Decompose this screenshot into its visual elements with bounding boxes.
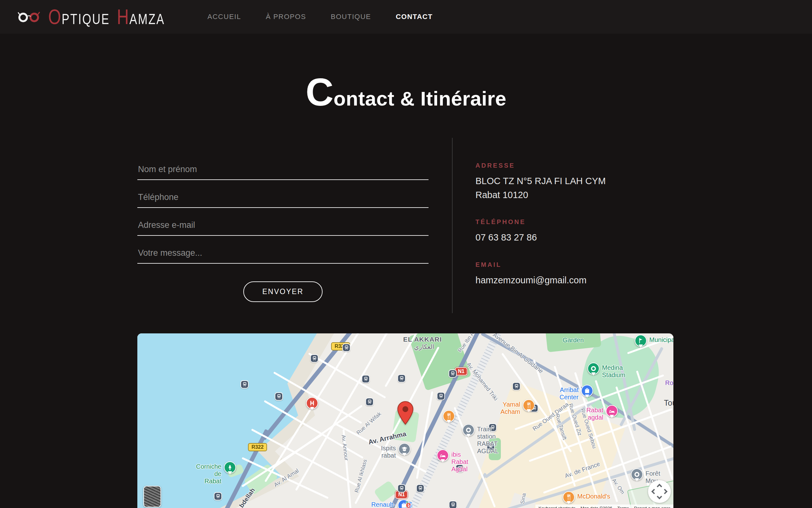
brand-word1-initial: O (48, 5, 62, 29)
restaurant-icon[interactable] (523, 399, 535, 411)
nav-item-boutique[interactable]: BOUTIQUE (331, 13, 371, 21)
send-button[interactable]: ENVOYER (243, 282, 322, 302)
contact-form: ENVOYER (137, 138, 428, 313)
bed-icon[interactable] (606, 405, 618, 417)
bus-stop-icon[interactable] (397, 374, 406, 382)
bus-stop-icon[interactable] (416, 484, 424, 493)
pan-left-icon (652, 489, 657, 494)
street-label: Rue Al Ikhlass (353, 459, 368, 493)
phone-field-row (137, 184, 428, 208)
nav-item-contact[interactable]: CONTACT (396, 13, 433, 21)
attribution-report-a-map-error[interactable]: Report a map error (634, 506, 670, 508)
poi-label: Arribat Center (559, 386, 579, 401)
contact-section-adresse: ADRESSEBLOC TZ N°5 RJA FI LAH CYMRabat 1… (475, 162, 606, 202)
school-icon[interactable] (398, 443, 411, 455)
bus-stop-icon[interactable] (449, 370, 457, 378)
bus-stop-icon[interactable] (214, 492, 222, 500)
email-field-row (137, 212, 428, 236)
glasses-icon (18, 9, 43, 24)
map-canvas: Rue Ibn AlAvenue Bin Al OuidaneAv. Moham… (137, 333, 673, 508)
bus-stop-icon[interactable] (240, 380, 249, 388)
bus-stop-icon[interactable] (397, 484, 406, 493)
bus-stop-icon[interactable] (449, 501, 457, 508)
contact-section-email: EMAILhamzemzoumi@gmail.com (475, 261, 606, 288)
bus-stop-icon[interactable] (342, 343, 350, 352)
map-attribution: Keyboard shortcutsMap data ©2026TermsRep… (535, 505, 673, 508)
street-label: Avenue Bin Al Ouidane (491, 333, 544, 375)
bus-stop-icon[interactable] (437, 392, 445, 400)
nav-item--propos[interactable]: À PROPOS (266, 13, 306, 21)
bus-stop-icon[interactable] (512, 382, 520, 390)
poi-label: Renault-Dacia Hakam Brothers (371, 501, 395, 508)
tree-icon[interactable] (224, 461, 236, 473)
area-label: العكاري (414, 343, 434, 350)
poi-label: Medina Stadium (602, 364, 625, 379)
contact-section-label: EMAIL (475, 261, 606, 268)
contact-section-label: TÉLÉPHONE (475, 218, 606, 226)
attribution-keyboard-shortcuts[interactable]: Keyboard shortcuts (539, 506, 575, 508)
message-field-row (137, 240, 428, 264)
email-input[interactable] (137, 212, 428, 236)
flag-icon[interactable] (635, 335, 647, 347)
google-logo-letter: e (406, 500, 411, 508)
satellite-view-toggle[interactable] (143, 486, 161, 507)
restaurant-icon[interactable] (443, 410, 455, 422)
ring-icon[interactable] (631, 468, 643, 480)
page-title: Contact & Itinéraire (0, 76, 812, 110)
brand-word1-rest: PTIQUE (62, 11, 110, 28)
brand-word2-rest: AMZA (129, 11, 165, 28)
poi-label: Municipal (649, 336, 673, 343)
area-label: Royal (665, 379, 673, 387)
contact-line: Rabat 10120 (475, 188, 606, 202)
poi-label: Ispits rabat (381, 444, 396, 459)
poi-label: Yamal Acham (501, 401, 520, 416)
poi-label: ibis Rabat Agdal (451, 451, 468, 473)
pan-right-icon (662, 489, 668, 494)
bed-icon[interactable] (437, 450, 449, 461)
poi-label: Train station RABAT AGDAL (477, 426, 499, 455)
page-title-text: ontact & Itinéraire (333, 87, 506, 110)
contact-section-label: ADRESSE (475, 162, 606, 169)
name-input[interactable] (137, 156, 428, 180)
attribution-terms[interactable]: Terms (617, 506, 629, 508)
contact-line: BLOC TZ N°5 RJA FI LAH CYM (475, 174, 606, 188)
bus-stop-icon[interactable] (365, 398, 374, 406)
poi-label: Corniche de Rabat (196, 463, 221, 485)
google-map[interactable]: Rue Ibn AlAvenue Bin Al OuidaneAv. Moham… (137, 333, 673, 508)
main-nav: ACCUEILÀ PROPOSBOUTIQUECONTACT (207, 13, 433, 21)
bus-stop-icon[interactable] (361, 375, 370, 383)
phone-input[interactable] (137, 184, 428, 208)
contact-section-téléphone: TÉLÉPHONE07 63 83 27 86 (475, 218, 606, 245)
pan-up-icon (657, 484, 662, 489)
area-label: Garden (563, 337, 584, 344)
bus-stop-icon[interactable] (275, 392, 283, 400)
letter-h-icon[interactable] (306, 397, 318, 409)
attribution-map-data-2026: Map data ©2026 (580, 506, 612, 508)
poi-label: McDonald's (577, 493, 610, 500)
contact-info: ADRESSEBLOC TZ N°5 RJA FI LAH CYMRabat 1… (452, 138, 606, 313)
page-title-dropcap: C (305, 76, 333, 109)
pan-control[interactable] (648, 480, 671, 503)
destination-pin[interactable] (397, 401, 414, 425)
area-label: Touarga (664, 398, 673, 408)
ring-icon[interactable] (462, 424, 474, 436)
route-badge: R322 (248, 443, 267, 451)
area-label: EL AKKARI (403, 336, 442, 343)
brand-logo[interactable]: OPTIQUEHAMZA (18, 7, 172, 26)
restaurant-icon[interactable] (563, 491, 575, 503)
street-label: bdellah (238, 487, 257, 508)
message-input[interactable] (137, 240, 428, 264)
ring-icon[interactable] (587, 363, 600, 375)
header: OPTIQUEHAMZA ACCUEILÀ PROPOSBOUTIQUECONT… (0, 0, 812, 34)
pan-down-icon (657, 494, 662, 500)
brand-word2-initial: H (117, 5, 129, 29)
bag-icon[interactable] (581, 385, 593, 397)
contact-line: 07 63 83 27 86 (475, 231, 606, 245)
street-label: Rue Al Wifak (355, 411, 383, 436)
bus-stop-icon[interactable] (310, 354, 318, 363)
nav-item-accueil[interactable]: ACCUEIL (207, 13, 241, 21)
brand-name: OPTIQUEHAMZA (48, 5, 172, 29)
contact-line: hamzemzoumi@gmail.com (475, 273, 606, 288)
street-label: Av. Annour (340, 434, 350, 461)
poi-label: Rabat agdal (586, 407, 603, 421)
